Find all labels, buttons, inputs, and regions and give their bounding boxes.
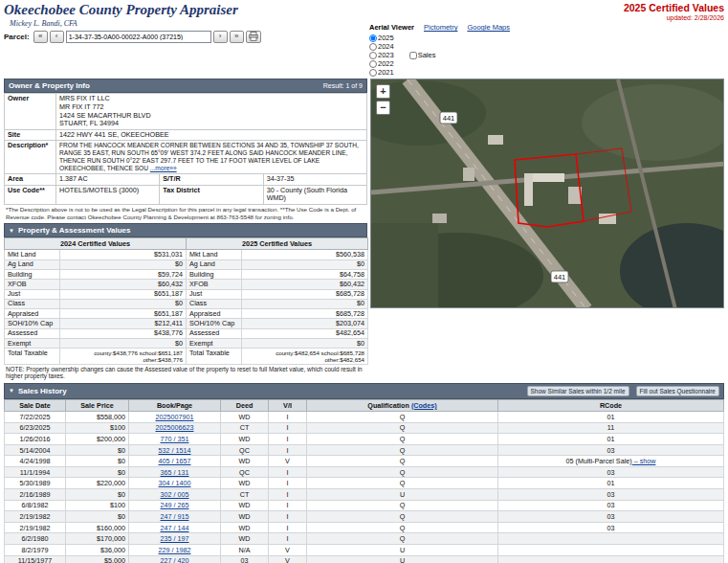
sales-questionnaire-link[interactable]: Fill out Sales Questionnaire bbox=[636, 386, 720, 396]
sale-price-cell: $0 bbox=[66, 511, 129, 523]
parcel-input[interactable] bbox=[66, 31, 211, 43]
book-page-link: 2025007901 bbox=[129, 411, 221, 422]
year-label: 2024 bbox=[378, 42, 394, 51]
qualification-cell: Q bbox=[307, 434, 498, 445]
sale-price-cell: $160,000 bbox=[66, 522, 129, 533]
owner-info-table: Owner MRS FIX IT LLC MR FIX IT 772 1424 … bbox=[4, 93, 367, 205]
book-page-link[interactable]: 247 / 144 bbox=[161, 524, 189, 532]
owner-section-bar: Owner & Property Info Result: 1 of 9 bbox=[4, 79, 367, 93]
table-row: 11/15/1977$5,000227 / 42003VU bbox=[5, 555, 724, 563]
vi-cell: I bbox=[269, 411, 307, 422]
site-label: Site bbox=[5, 129, 56, 141]
viewer-header: 2025 Certified Values updated: 2/28/2026… bbox=[369, 3, 724, 77]
owner-row: Owner MRS FIX IT LLC MR FIX IT 772 1424 … bbox=[5, 94, 367, 130]
book-page-link[interactable]: 405 / 1657 bbox=[159, 457, 191, 465]
year-radio-2022[interactable] bbox=[369, 60, 377, 68]
book-page-link[interactable]: 304 / 1400 bbox=[159, 479, 191, 487]
owner-footnote: *The Description above is not to be used… bbox=[4, 205, 367, 222]
aerial-map[interactable]: 441 441 + − bbox=[370, 79, 724, 308]
total-2025-line1: county:$482,654 school:$685,728 bbox=[245, 349, 364, 356]
sales-table: Sale Date Sale Price Book/Page Deed V/I … bbox=[4, 399, 724, 563]
more-link[interactable]: ...more»» bbox=[150, 165, 177, 171]
year-option-2021[interactable]: 2021 bbox=[369, 68, 394, 77]
book-page-link: 304 / 1400 bbox=[129, 478, 221, 489]
year-label: 2025 bbox=[378, 34, 394, 42]
collapse-icon[interactable]: ▼ bbox=[9, 388, 14, 394]
sale-date-cell: 6/8/1982 bbox=[5, 500, 66, 511]
sale-date-cell: 6/23/2025 bbox=[5, 422, 66, 434]
total-2024-line1: county:$438,776 school:$651,187 bbox=[63, 349, 183, 356]
year-radio-2023[interactable] bbox=[369, 52, 377, 59]
table-row: 6/8/1982$100249 / 265WDIQ03 bbox=[5, 500, 724, 511]
first-parcel-button[interactable]: « bbox=[33, 31, 48, 43]
sales-checkbox[interactable] bbox=[409, 52, 417, 59]
vi-cell: I bbox=[269, 466, 307, 478]
sale-date-cell: 1/26/2016 bbox=[5, 434, 66, 445]
year-radio-2021[interactable] bbox=[369, 69, 377, 77]
str-label: S/T/R bbox=[160, 174, 263, 186]
similar-sales-link[interactable]: Show Similar Sales within 1/2 mile bbox=[527, 386, 629, 396]
deed-cell: WD bbox=[221, 434, 269, 445]
book-page-link[interactable]: 229 / 1982 bbox=[159, 546, 191, 554]
book-page-link: 532 / 1514 bbox=[129, 444, 221, 456]
prev-parcel-button[interactable]: ‹ bbox=[50, 31, 64, 43]
total-taxable-2025: county:$482,654 school:$685,728 other:$4… bbox=[242, 349, 368, 364]
aerial-imagery: 441 441 bbox=[371, 79, 724, 308]
book-page-link[interactable]: 770 / 351 bbox=[161, 435, 189, 443]
book-page-link[interactable]: 532 / 1514 bbox=[159, 446, 191, 455]
rcode-cell: 03 bbox=[498, 500, 724, 511]
use-code-value: HOTELS/MOTELS (3000) bbox=[56, 185, 160, 204]
book-page-link[interactable]: 227 / 420 bbox=[161, 556, 189, 563]
assessment-row: Mkt Land$531,031Mkt Land$560,538 bbox=[5, 250, 368, 259]
zoom-in-button[interactable]: + bbox=[376, 84, 390, 99]
sales-toggle[interactable]: Sales bbox=[409, 51, 436, 59]
year-option-2025[interactable]: 2025 bbox=[369, 34, 394, 42]
book-page-link[interactable]: 365 / 131 bbox=[161, 468, 189, 477]
year-option-2023[interactable]: 2023 bbox=[369, 51, 394, 59]
values-2025-header: 2025 Certified Values bbox=[187, 238, 368, 250]
value-2025: $0 bbox=[242, 299, 368, 308]
year-option-2024[interactable]: 2024 bbox=[369, 42, 394, 51]
value-2025: $60,432 bbox=[242, 280, 368, 289]
qualification-codes-link[interactable]: (Codes) bbox=[411, 401, 437, 410]
deed-cell: WD bbox=[221, 511, 269, 523]
next-parcel-button[interactable]: › bbox=[213, 31, 228, 43]
book-page-link: 235 / 197 bbox=[129, 533, 221, 545]
sale-date-cell: 6/2/1980 bbox=[5, 533, 66, 545]
book-page-link[interactable]: 247 / 915 bbox=[161, 512, 189, 521]
year-radio-2025[interactable] bbox=[369, 34, 377, 42]
tax-district-value: 30 - County (South Florida WMD) bbox=[263, 185, 366, 204]
year-radio-2024[interactable] bbox=[369, 43, 377, 51]
legal-description-text: FROM THE HANCOCK MEANDER CORNER BETWEEN … bbox=[59, 142, 359, 171]
book-page-link[interactable]: 2025006623 bbox=[156, 423, 194, 432]
value-2025: $64,758 bbox=[242, 270, 368, 280]
qualification-header: Qualification (Codes) bbox=[307, 399, 498, 411]
sale-date-cell: 2/16/1989 bbox=[5, 489, 66, 501]
multi-parcel-show-link[interactable]: – show bbox=[632, 457, 656, 465]
tab-pictometry[interactable]: Pictometry bbox=[424, 23, 457, 32]
tab-google-maps[interactable]: Google Maps bbox=[467, 23, 510, 32]
value-label: SOH/10% Cap bbox=[187, 319, 242, 328]
book-page-link[interactable]: 249 / 265 bbox=[161, 501, 189, 509]
vi-cell: I bbox=[269, 500, 307, 511]
qualification-cell: Q bbox=[307, 422, 498, 434]
sale-date-cell: 4/24/1998 bbox=[5, 456, 66, 467]
table-row: 8/2/1979$36,000229 / 1982N/AVU bbox=[5, 545, 724, 556]
tab-aerial-viewer[interactable]: Aerial Viewer bbox=[369, 23, 414, 32]
qualification-cell: Q bbox=[307, 511, 498, 523]
qualification-cell: Q bbox=[307, 500, 498, 511]
assessment-table: 2024 Certified Values 2025 Certified Val… bbox=[4, 237, 368, 364]
value-label: Class bbox=[5, 299, 60, 308]
deed-cell: WD bbox=[221, 456, 269, 467]
book-page-link[interactable]: 2025007901 bbox=[156, 413, 194, 421]
last-parcel-button[interactable]: » bbox=[230, 31, 244, 43]
collapse-icon[interactable]: ▼ bbox=[9, 228, 14, 234]
year-option-2022[interactable]: 2022 bbox=[369, 59, 394, 68]
print-button[interactable] bbox=[246, 31, 261, 43]
owner-section-title: Owner & Property Info bbox=[9, 81, 90, 90]
zoom-out-button[interactable]: − bbox=[376, 101, 390, 115]
value-2024: $60,432 bbox=[60, 280, 187, 289]
certified-values-banner: 2025 Certified Values updated: 2/28/2026 bbox=[369, 3, 724, 21]
book-page-link[interactable]: 235 / 197 bbox=[161, 534, 189, 543]
book-page-link[interactable]: 302 / 005 bbox=[161, 490, 189, 499]
